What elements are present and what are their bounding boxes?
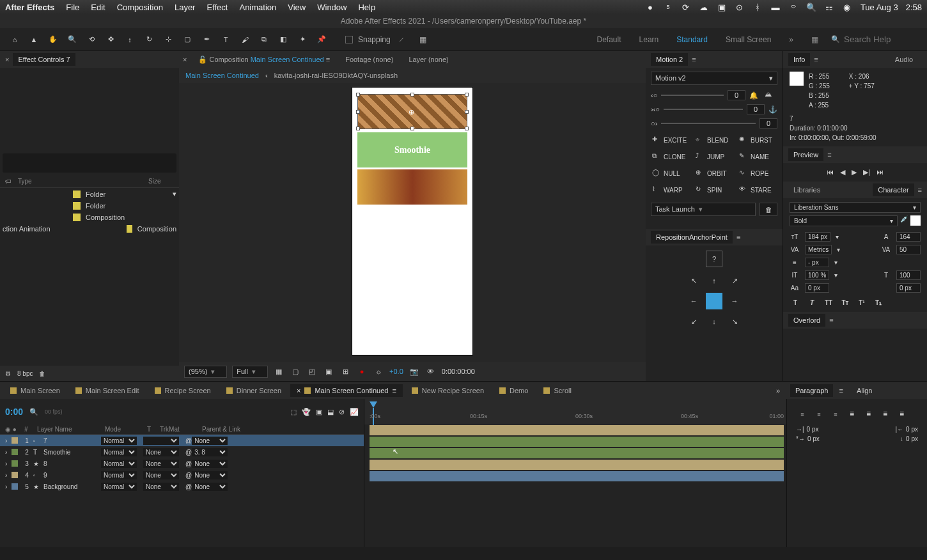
workspace-learn[interactable]: Learn [639,35,659,44]
project-item[interactable]: Folder▾ [0,188,179,200]
menu-animation[interactable]: Animation [239,3,276,12]
blend-mode-dropdown[interactable]: Normal [101,460,137,468]
project-item[interactable]: ction AnimationComposition [0,223,179,235]
bluetooth-icon[interactable]: ᚼ [752,1,763,13]
first-line-input[interactable]: 0 px [807,435,820,442]
hscale-input[interactable]: 100 [896,270,921,280]
parent-dropdown[interactable]: None [192,460,228,468]
vscale-input[interactable]: 100 % [805,270,829,280]
anchor-tool-icon[interactable]: ⊹ [160,31,176,48]
motion-name-button[interactable]: ✎NAME [738,150,777,163]
anchor-icon[interactable]: ⚓ [768,105,777,114]
project-item[interactable]: Folder [0,200,179,212]
badge-icon[interactable]: 5 [662,1,674,13]
menubar-date[interactable]: Tue Aug 3 [861,3,898,12]
col-parent[interactable]: Parent & Link [202,426,279,433]
timeline-tab[interactable]: Scroll [537,384,578,397]
anchor-point-icon[interactable]: ⊕ [409,108,414,116]
layer-color-swatch[interactable] [12,472,18,478]
control-center-icon[interactable]: ⚏ [823,1,835,13]
bpc-toggle[interactable]: 8 bpc [17,370,33,377]
layer-track-bar[interactable] [370,448,784,458]
libraries-tab[interactable]: Libraries [788,183,825,196]
anchor-panel-tab[interactable]: RepositionAnchorPoint [651,231,733,244]
character-tab[interactable]: Character [873,183,914,196]
cloud-icon[interactable]: ☁ [698,1,710,13]
blend-mode-dropdown[interactable]: Normal [101,448,137,456]
leading-input[interactable]: 164 [896,232,921,242]
align-tab[interactable]: Align [852,384,877,397]
col-trkmat[interactable]: TrkMat [160,426,202,433]
bell-icon[interactable]: 🔔 [749,91,758,100]
paragraph-tab[interactable]: Paragraph [790,384,833,397]
baseline-input[interactable]: 0 px [805,283,829,293]
comp-tab[interactable]: 🔓 Composition Main Screen Continued ≡ [194,54,334,66]
effect-controls-tab[interactable]: Effect Controls 7 [13,53,75,66]
roto-tool-icon[interactable]: ✦ [294,31,311,48]
slider-mid-val[interactable]: 0 [747,104,765,114]
tracking-input[interactable]: 50 [896,245,921,254]
sync-icon[interactable]: ⟳ [680,1,692,13]
layer-twirl-icon[interactable]: › [5,449,12,456]
tag-icon[interactable]: 🏷 [5,178,18,185]
workspace-smallscreen[interactable]: Small Screen [726,35,771,44]
pan-tool-icon[interactable]: ✥ [102,31,119,48]
menu-window[interactable]: Window [317,3,347,12]
layer-row[interactable]: › 1 ▫ 7 Normal @ None [0,435,364,446]
tabs-overflow-icon[interactable]: » [776,387,780,394]
home-icon[interactable]: ⌂ [6,31,23,48]
layer-track-bar[interactable] [370,437,784,447]
anchor-bl-button[interactable]: ↙ [685,313,702,330]
workspace-standard[interactable]: Standard [676,35,708,44]
anchor-l-button[interactable]: ← [685,293,702,309]
current-time[interactable]: 0:00 [5,407,23,417]
anchor-help-button[interactable]: ? [706,251,722,267]
trkmat-dropdown[interactable]: None [143,471,179,479]
col-t[interactable]: T [147,426,160,433]
shy-icon[interactable]: 👻 [302,408,311,416]
indent-right-input[interactable]: 0 px [906,426,918,433]
breadcrumb-item[interactable]: Main Screen Continued [185,72,259,79]
col-name[interactable]: Layer Name [37,426,105,433]
tab-close-icon[interactable]: × [297,387,300,394]
motion-null-button[interactable]: ◯NULL [651,167,690,180]
col-type[interactable]: Type [18,178,148,185]
play-button[interactable]: ▶ [852,168,857,176]
panel-menu-icon[interactable]: ≡ [692,56,696,63]
slider-in[interactable] [661,95,724,96]
exposure-value[interactable]: +0.0 [389,368,403,375]
parent-dropdown[interactable]: None [192,471,228,479]
align-center-button[interactable]: ≡ [813,408,825,421]
battery-icon[interactable]: ▬ [770,1,781,13]
motion-stare-button[interactable]: 👁STARE [738,183,777,196]
spotlight-icon[interactable]: 🔍 [806,1,817,13]
comp-lock-icon[interactable]: 🔓 [198,56,207,63]
mask-icon[interactable]: ▢ [290,366,301,377]
panel-menu-icon[interactable]: ≡ [829,316,833,324]
layer-name[interactable]: Background [43,483,101,490]
motion-burst-button[interactable]: ✺BURST [738,134,777,146]
justify-center-button[interactable]: ≣ [862,408,875,421]
motion-orbit-button[interactable]: ⊕ORBIT [694,167,734,180]
composition-viewer[interactable]: ⊕ Smoothie [179,83,646,362]
comp-mini-icon[interactable]: ⬚ [290,408,297,416]
hand-tool-icon[interactable]: ✋ [45,31,61,48]
timeline-tab[interactable]: Main Screen [4,384,66,397]
audio-tab[interactable]: Audio [890,53,918,66]
layer-twirl-icon[interactable]: › [5,460,12,467]
trkmat-dropdown[interactable] [143,437,179,445]
panel-menu-icon[interactable]: ≡ [918,186,922,194]
justify-left-button[interactable]: ≣ [846,408,859,421]
motion-clone-button[interactable]: ⧉CLONE [651,150,690,163]
workspace-default[interactable]: Default [597,35,621,44]
layer-track-bar[interactable] [370,425,784,435]
dolly-tool-icon[interactable]: ↕ [121,31,138,48]
layer-twirl-icon[interactable]: › [5,472,12,479]
layer-color-swatch[interactable] [12,449,18,455]
snap-opt2-icon[interactable]: ▦ [415,31,432,48]
zoom-dropdown[interactable]: (95%) [184,366,227,378]
parent-dropdown[interactable]: 3. 8 [192,448,228,456]
parent-dropdown[interactable]: None [192,483,228,491]
workspace-reset-icon[interactable]: ▦ [811,35,818,44]
anchor-r-button[interactable]: → [726,293,743,309]
